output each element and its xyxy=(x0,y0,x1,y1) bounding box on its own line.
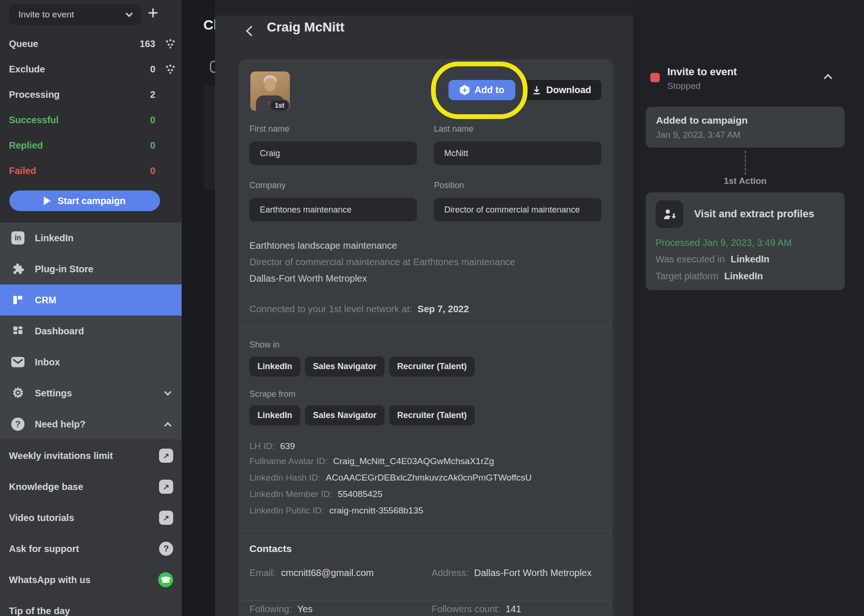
connected-at-line: Connected to your 1st level network at: … xyxy=(249,304,469,315)
following-value: Yes xyxy=(297,604,313,614)
executed-in-line: Was executed in LinkedIn xyxy=(656,254,769,265)
download-label: Download xyxy=(546,85,592,95)
stat-replied[interactable]: Replied 0 xyxy=(0,133,182,158)
fullname-avatar-id-line: Fullname Avatar ID: Craig_McNitt_C4E03AQ… xyxy=(249,456,494,466)
linkedin-icon: in xyxy=(10,231,25,245)
sidebar-item-inbox[interactable]: Inbox xyxy=(0,347,182,378)
link-ask-for-support[interactable]: Ask for support ? xyxy=(0,533,182,564)
following-line: Following: Yes xyxy=(249,604,312,615)
puzzle-icon xyxy=(10,262,25,276)
external-link-icon: ↗ xyxy=(159,449,173,463)
campaign-stats: Queue 163 Exclude 0 Processing 2 Success… xyxy=(0,31,182,183)
stat-label: Exclude xyxy=(9,64,45,75)
show-in-options: LinkedIn Sales Navigator Recruiter (Tale… xyxy=(249,356,475,377)
position-field[interactable]: Director of commercial maintenance xyxy=(434,198,601,221)
address-value: Dallas-Fort Worth Metroplex xyxy=(474,568,592,578)
scrape-from-options: LinkedIn Sales Navigator Recruiter (Tale… xyxy=(249,405,475,426)
add-campaign-button[interactable]: + xyxy=(148,3,158,23)
first-name-label: First name xyxy=(249,124,289,134)
background-toolbar-strip xyxy=(215,0,633,16)
help-label: WhatsApp with us xyxy=(9,575,90,585)
graph-icon[interactable] xyxy=(162,64,179,74)
campaign-selector-label: Invite to event xyxy=(18,9,74,20)
sidebar-item-settings[interactable]: ⚙ Settings xyxy=(0,378,182,409)
dimmed-background-page: Cl xyxy=(182,0,215,616)
visit-extract-profiles-icon xyxy=(656,200,683,228)
show-in-recruiter-button[interactable]: Recruiter (Talent) xyxy=(389,356,475,377)
stat-label: Queue xyxy=(9,39,38,49)
sidebar-item-dashboard[interactable]: Dashboard xyxy=(0,316,182,347)
scrape-from-sales-navigator-button[interactable]: Sales Navigator xyxy=(305,405,384,426)
profile-detail-panel: Craig McNitt 1st + Add to Download First… xyxy=(215,0,633,616)
scrape-from-linkedin-button[interactable]: LinkedIn xyxy=(249,405,300,426)
campaign-name: Invite to event xyxy=(667,66,737,78)
stat-label: Failed xyxy=(9,166,36,176)
show-in-sales-navigator-button[interactable]: Sales Navigator xyxy=(305,356,384,377)
scrape-from-recruiter-button[interactable]: Recruiter (Talent) xyxy=(389,405,475,426)
add-tag-icon: + xyxy=(459,85,470,95)
background-row-fragment xyxy=(204,86,215,190)
visit-extract-action-card[interactable]: Visit and extract profiles Processed Jan… xyxy=(646,192,845,290)
play-icon xyxy=(44,197,51,205)
envelope-icon xyxy=(10,357,25,367)
help-label: Knowledge base xyxy=(9,482,83,492)
external-link-icon: ↗ xyxy=(159,511,173,525)
address-line: Address: Dallas-Fort Worth Metroplex xyxy=(432,568,592,578)
link-knowledge-base[interactable]: Knowledge base ↗ xyxy=(0,471,182,502)
target-platform-line: Target platform LinkedIn xyxy=(656,271,763,282)
campaign-status: Stopped xyxy=(667,81,701,91)
graph-icon[interactable] xyxy=(162,39,179,49)
download-button[interactable]: Download xyxy=(522,80,601,100)
nav-label: CRM xyxy=(35,295,56,306)
link-video-tutorials[interactable]: Video tutorials ↗ xyxy=(0,502,182,533)
show-in-label: Show in xyxy=(249,340,280,350)
nav-label: Dashboard xyxy=(35,326,84,337)
company-field[interactable]: Earthtones maintenance xyxy=(249,198,417,221)
linkedin-hash-id-line: LinkedIn Hash ID: ACoAACEGrDEBxlcZhmkuvz… xyxy=(249,473,532,483)
connected-at-label: Connected to your 1st level network at: xyxy=(249,304,412,314)
bio-location-line: Dallas-Fort Worth Metroplex xyxy=(249,273,367,284)
help-label: Ask for support xyxy=(9,544,79,554)
followers-count-value: 141 xyxy=(505,604,521,614)
connected-at-value: Sep 7, 2022 xyxy=(417,304,469,314)
nav-label: Settings xyxy=(35,388,72,399)
back-arrow-icon[interactable] xyxy=(246,26,257,37)
first-action-label: 1st Action xyxy=(646,176,845,186)
stat-exclude[interactable]: Exclude 0 xyxy=(0,56,182,82)
email-line: Email: cmcnitt68@gmail.com xyxy=(249,568,374,578)
bio-headline-line: Director of commercial maintenance at Ea… xyxy=(249,257,515,268)
divider xyxy=(239,530,613,530)
timeline-dashed-connector xyxy=(745,150,746,175)
action-processed-timestamp: Processed Jan 9, 2023, 3:49 AM xyxy=(656,237,792,248)
divider xyxy=(239,600,613,601)
nav-label: Need help? xyxy=(35,419,86,430)
link-weekly-invitations-limit[interactable]: Weekly invitations limit ↗ xyxy=(0,440,182,471)
page-title: Craig McNitt xyxy=(267,20,344,35)
show-in-linkedin-button[interactable]: LinkedIn xyxy=(249,356,300,377)
sidebar-item-linkedin[interactable]: in LinkedIn xyxy=(0,222,182,253)
last-name-field[interactable]: McNitt xyxy=(434,142,601,165)
contacts-heading: Contacts xyxy=(249,543,292,554)
first-name-field[interactable]: Craig xyxy=(249,142,417,165)
question-circle-icon: ? xyxy=(159,542,173,556)
stat-queue[interactable]: Queue 163 xyxy=(0,31,182,56)
campaign-selector-dropdown[interactable]: Invite to event xyxy=(9,4,141,25)
sidebar-item-plugin-store[interactable]: Plug-in Store xyxy=(0,253,182,284)
campaign-timeline-panel: Invite to event Stopped Added to campaig… xyxy=(633,0,864,616)
stat-processing[interactable]: Processing 2 xyxy=(0,82,182,107)
main-navigation: in LinkedIn Plug-in Store CRM Dashboard xyxy=(0,222,182,440)
start-campaign-button[interactable]: Start campaign xyxy=(9,190,160,211)
added-to-campaign-card[interactable]: Added to campaign Jan 9, 2023, 3:47 AM xyxy=(646,107,845,148)
start-campaign-label: Start campaign xyxy=(57,196,125,206)
chevron-up-icon[interactable] xyxy=(824,74,832,82)
linkedin-public-id-line: LinkedIn Public ID: craig-mcnitt-35568b1… xyxy=(249,505,423,516)
sidebar-item-crm[interactable]: CRM xyxy=(0,284,182,316)
stat-successful[interactable]: Successful 0 xyxy=(0,107,182,133)
add-to-button[interactable]: + Add to xyxy=(448,80,515,100)
sidebar-item-need-help[interactable]: ? Need help? xyxy=(0,409,182,440)
step-timestamp: Jan 9, 2023, 3:47 AM xyxy=(656,130,741,140)
stat-failed[interactable]: Failed 0 xyxy=(0,158,182,183)
link-whatsapp-with-us[interactable]: WhatsApp with us ☎ xyxy=(0,564,182,595)
link-tip-of-the-day[interactable]: Tip of the day xyxy=(0,595,182,616)
last-name-label: Last name xyxy=(434,124,473,134)
